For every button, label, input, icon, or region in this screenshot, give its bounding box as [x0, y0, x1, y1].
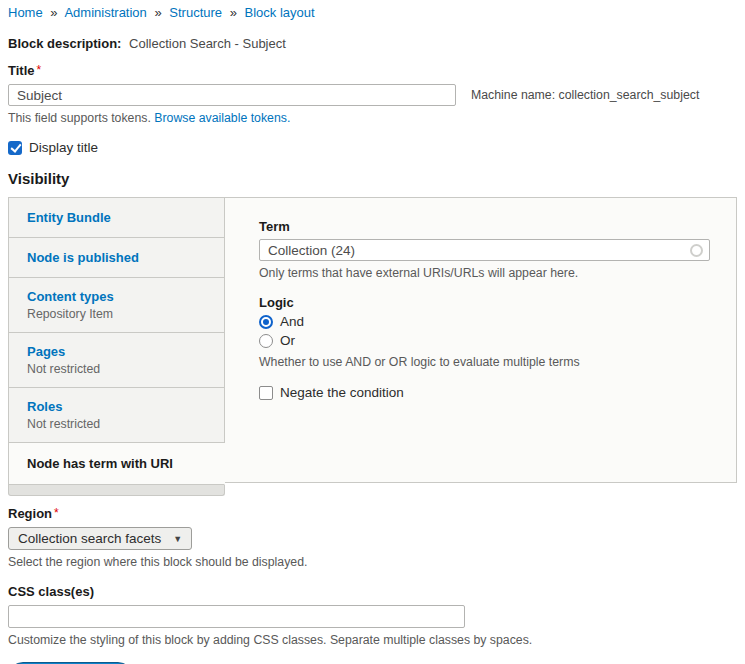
- tab-label: Node is published: [27, 250, 214, 265]
- breadcrumb-link-block-layout[interactable]: Block layout: [245, 5, 315, 20]
- css-classes-label: CSS class(es): [8, 584, 94, 599]
- tab-roles[interactable]: Roles Not restricted: [8, 388, 225, 443]
- breadcrumb-separator: »: [230, 5, 237, 20]
- checkbox-checked-icon[interactable]: [8, 141, 22, 155]
- region-selected-value: Collection search facets: [18, 531, 161, 546]
- breadcrumb-separator: »: [154, 5, 161, 20]
- title-label: Title: [8, 63, 35, 78]
- logic-label: Logic: [259, 295, 710, 310]
- tab-label: Entity Bundle: [27, 210, 214, 225]
- breadcrumb-link-structure[interactable]: Structure: [169, 5, 222, 20]
- tab-label: Roles: [27, 399, 214, 414]
- title-field-group: Title* Machine name: collection_search_s…: [8, 63, 737, 125]
- css-classes-input[interactable]: [8, 605, 465, 628]
- term-autocomplete-input[interactable]: [259, 239, 710, 261]
- tabs-menu-footer-strip: [8, 485, 225, 496]
- display-title-label: Display title: [29, 140, 98, 155]
- term-label: Term: [259, 219, 710, 234]
- visibility-vertical-tabs: Entity Bundle Node is published Content …: [8, 197, 737, 496]
- required-marker: *: [54, 506, 59, 520]
- visibility-tab-pane: Term Only terms that have external URIs/…: [225, 197, 737, 483]
- tab-summary: Not restricted: [27, 362, 214, 376]
- radio-selected-icon[interactable]: [259, 315, 273, 329]
- tokens-help-text: This field supports tokens.: [8, 111, 151, 125]
- machine-name-text: Machine name: collection_search_subject: [471, 88, 699, 102]
- block-description: Block description: Collection Search - S…: [8, 36, 737, 51]
- autocomplete-throbber-icon: [690, 244, 703, 257]
- tab-summary: Not restricted: [27, 417, 214, 431]
- breadcrumb-link-administration[interactable]: Administration: [64, 5, 146, 20]
- breadcrumb: Home » Administration » Structure » Bloc…: [8, 4, 737, 20]
- tab-summary: Repository Item: [27, 307, 214, 321]
- tab-pages[interactable]: Pages Not restricted: [8, 333, 225, 388]
- term-field-group: Term Only terms that have external URIs/…: [259, 219, 710, 280]
- logic-radio-or[interactable]: Or: [259, 333, 710, 348]
- required-marker: *: [37, 63, 42, 77]
- negate-condition-label: Negate the condition: [280, 385, 404, 400]
- tab-node-is-published[interactable]: Node is published: [8, 238, 225, 278]
- tab-label: Content types: [27, 289, 214, 304]
- region-select[interactable]: Collection search facets ▼: [8, 527, 192, 550]
- block-description-label: Block description:: [8, 36, 121, 51]
- region-description: Select the region where this block shoul…: [8, 555, 737, 569]
- title-help-text: This field supports tokens. Browse avail…: [8, 111, 737, 125]
- css-classes-description: Customize the styling of this block by a…: [8, 633, 737, 647]
- logic-description: Whether to use AND or OR logic to evalua…: [259, 355, 710, 369]
- display-title-checkbox-row[interactable]: Display title: [8, 140, 737, 155]
- browse-tokens-link[interactable]: Browse available tokens.: [154, 111, 290, 125]
- chevron-down-icon: ▼: [173, 534, 182, 544]
- radio-label: And: [280, 314, 304, 329]
- logic-radio-and[interactable]: And: [259, 314, 710, 329]
- breadcrumb-link-home[interactable]: Home: [8, 5, 43, 20]
- region-field-group: Region* Collection search facets ▼ Selec…: [8, 506, 737, 569]
- tab-content-types[interactable]: Content types Repository Item: [8, 278, 225, 333]
- css-classes-field-group: CSS class(es) Customize the styling of t…: [8, 584, 737, 647]
- logic-field-group: Logic And Or Whether to use AND or OR lo…: [259, 295, 710, 369]
- tab-label: Pages: [27, 344, 214, 359]
- visibility-heading: Visibility: [8, 170, 737, 187]
- checkbox-unchecked-icon[interactable]: [259, 386, 273, 400]
- visibility-tabs-menu: Entity Bundle Node is published Content …: [8, 197, 225, 496]
- region-label: Region: [8, 506, 52, 521]
- breadcrumb-separator: »: [50, 5, 57, 20]
- negate-condition-checkbox-row[interactable]: Negate the condition: [259, 385, 710, 400]
- radio-unselected-icon[interactable]: [259, 334, 273, 348]
- tab-node-has-term-with-uri[interactable]: Node has term with URI: [8, 443, 225, 485]
- tab-label: Node has term with URI: [27, 456, 214, 471]
- block-description-value: Collection Search - Subject: [129, 36, 286, 51]
- tab-entity-bundle[interactable]: Entity Bundle: [8, 197, 225, 238]
- radio-label: Or: [280, 333, 295, 348]
- term-description: Only terms that have external URIs/URLs …: [259, 266, 710, 280]
- title-input[interactable]: [8, 84, 456, 106]
